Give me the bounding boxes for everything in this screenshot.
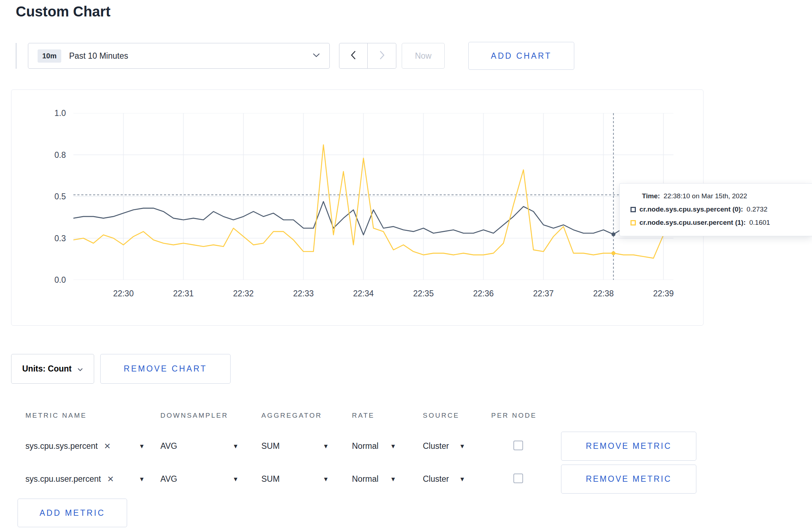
tooltip-series-sys: cr.node.sys.cpu.sys.percent (0): 0.2732	[630, 205, 803, 213]
caret-down-icon: ▾	[324, 475, 328, 483]
series-sys-swatch-icon	[630, 207, 636, 212]
header-aggregator: AGGREGATOR	[261, 412, 352, 419]
remove-metric-button[interactable]: REMOVE METRIC	[561, 432, 696, 461]
remove-metric-button[interactable]: REMOVE METRIC	[561, 465, 696, 494]
tooltip-series-sys-value: 0.2732	[746, 205, 767, 213]
x-tick-label: 22:30	[113, 289, 134, 299]
downsampler-select[interactable]: AVG▾	[160, 441, 237, 451]
tooltip-time-label: Time:	[642, 192, 660, 200]
source-select[interactable]: Cluster▾	[423, 441, 464, 451]
y-axis: 0.00.30.50.81.0	[11, 113, 66, 280]
chart-card: 0.00.30.50.81.0 22:3022:3122:3222:3322:3…	[11, 89, 704, 326]
page-title: Custom Chart	[16, 4, 110, 20]
crosshair-dot-user	[612, 251, 615, 255]
units-label: Units: Count	[22, 364, 72, 374]
remove-chart-button[interactable]: REMOVE CHART	[100, 354, 231, 384]
toolbar: 10m Past 10 Minutes Now ADD CHART	[16, 42, 574, 70]
tooltip-series-user: cr.node.sys.cpu.user.percent (1): 0.1601	[630, 219, 803, 227]
metric-name-value: sys.cpu.sys.percent	[25, 441, 98, 451]
x-tick-label: 22:38	[593, 289, 614, 299]
metrics-table: METRIC NAME DOWNSAMPLER AGGREGATOR RATE …	[11, 402, 704, 495]
chevron-left-icon	[351, 50, 356, 61]
chevron-down-icon	[77, 364, 83, 374]
caret-down-icon: ▾	[460, 475, 464, 483]
now-button[interactable]: Now	[402, 43, 445, 69]
series-user-swatch-icon	[630, 220, 636, 225]
x-tick-label: 22:31	[173, 289, 194, 299]
caret-down-icon: ▾	[460, 442, 464, 450]
per-node-checkbox[interactable]	[513, 474, 523, 483]
per-node-checkbox[interactable]	[513, 441, 523, 450]
units-select[interactable]: Units: Count	[11, 354, 94, 384]
caret-down-icon: ▾	[140, 475, 144, 483]
aggregator-select[interactable]: SUM▾	[261, 474, 328, 484]
aggregator-value: SUM	[261, 441, 280, 451]
aggregator-select[interactable]: SUM▾	[261, 441, 328, 451]
series-line-sys	[73, 202, 663, 235]
rate-value: Normal	[352, 441, 378, 451]
chevron-down-icon	[313, 53, 320, 59]
chevron-right-icon	[379, 50, 385, 61]
x-tick-label: 22:36	[473, 289, 494, 299]
y-tick-label: 0.8	[11, 150, 66, 160]
crosshair-dot-sys	[612, 232, 615, 236]
chart-plot-area[interactable]	[73, 113, 673, 280]
x-tick-label: 22:34	[353, 289, 374, 299]
tooltip-series-sys-name: cr.node.sys.cpu.sys.percent (0):	[639, 205, 743, 213]
time-range-badge: 10m	[38, 49, 61, 63]
chart-controls: Units: Count REMOVE CHART	[11, 354, 231, 384]
source-select[interactable]: Cluster▾	[423, 474, 464, 484]
rate-value: Normal	[352, 474, 378, 484]
rate-select[interactable]: Normal▾	[352, 474, 395, 484]
caret-down-icon: ▾	[391, 442, 395, 450]
caret-down-icon: ▾	[324, 442, 328, 450]
tooltip-series-user-value: 0.1601	[749, 219, 770, 227]
aggregator-value: SUM	[261, 474, 280, 484]
time-forward-button[interactable]	[368, 43, 396, 69]
toolbar-divider	[16, 43, 16, 69]
x-tick-label: 22:37	[533, 289, 554, 299]
add-metric-button[interactable]: ADD METRIC	[18, 499, 127, 527]
clear-metric-icon[interactable]: ×	[104, 441, 111, 451]
y-tick-label: 0.5	[11, 192, 66, 202]
clear-metric-icon[interactable]: ×	[107, 474, 114, 484]
metrics-table-header: METRIC NAME DOWNSAMPLER AGGREGATOR RATE …	[11, 402, 704, 429]
caret-down-icon: ▾	[234, 442, 237, 450]
custom-chart-page: Custom Chart 10m Past 10 Minutes Now ADD…	[0, 0, 812, 529]
tooltip-time: Time:22:38:10 on Mar 15th, 2022	[642, 192, 803, 200]
time-range-select[interactable]: 10m Past 10 Minutes	[28, 43, 330, 69]
y-tick-label: 1.0	[11, 108, 66, 118]
time-nav-group	[339, 43, 396, 69]
downsampler-select[interactable]: AVG▾	[160, 474, 237, 484]
downsampler-value: AVG	[160, 441, 177, 451]
header-rate: RATE	[352, 412, 423, 419]
header-downsampler: DOWNSAMPLER	[160, 412, 261, 419]
header-per-node: PER NODE	[491, 412, 561, 419]
time-back-button[interactable]	[339, 43, 368, 69]
chart-canvas[interactable]	[73, 113, 673, 280]
x-axis: 22:3022:3122:3222:3322:3422:3522:3622:37…	[73, 289, 673, 303]
x-tick-label: 22:32	[233, 289, 254, 299]
source-value: Cluster	[423, 441, 449, 451]
chart-tooltip: Time:22:38:10 on Mar 15th, 2022 cr.node.…	[619, 183, 812, 236]
x-tick-label: 22:33	[293, 289, 314, 299]
rate-select[interactable]: Normal▾	[352, 441, 395, 451]
header-source: SOURCE	[423, 412, 491, 419]
add-chart-button[interactable]: ADD CHART	[468, 42, 574, 70]
header-metric-name: METRIC NAME	[25, 412, 160, 419]
caret-down-icon: ▾	[391, 475, 395, 483]
caret-down-icon: ▾	[140, 442, 144, 450]
metric-name-select[interactable]: sys.cpu.sys.percent × ▾	[25, 441, 144, 451]
x-tick-label: 22:39	[653, 289, 674, 299]
downsampler-value: AVG	[160, 474, 177, 484]
time-range-label: Past 10 Minutes	[69, 51, 313, 61]
x-tick-label: 22:35	[413, 289, 434, 299]
y-tick-label: 0.3	[11, 234, 66, 243]
metric-name-select[interactable]: sys.cpu.user.percent × ▾	[25, 474, 144, 484]
metric-row-sys: sys.cpu.sys.percent × ▾ AVG▾ SUM▾ Normal…	[11, 429, 704, 462]
caret-down-icon: ▾	[234, 475, 237, 483]
metric-row-user: sys.cpu.user.percent × ▾ AVG▾ SUM▾ Norma…	[11, 462, 704, 495]
metric-name-value: sys.cpu.user.percent	[25, 474, 101, 484]
source-value: Cluster	[423, 474, 449, 484]
series-line-user	[73, 145, 663, 258]
